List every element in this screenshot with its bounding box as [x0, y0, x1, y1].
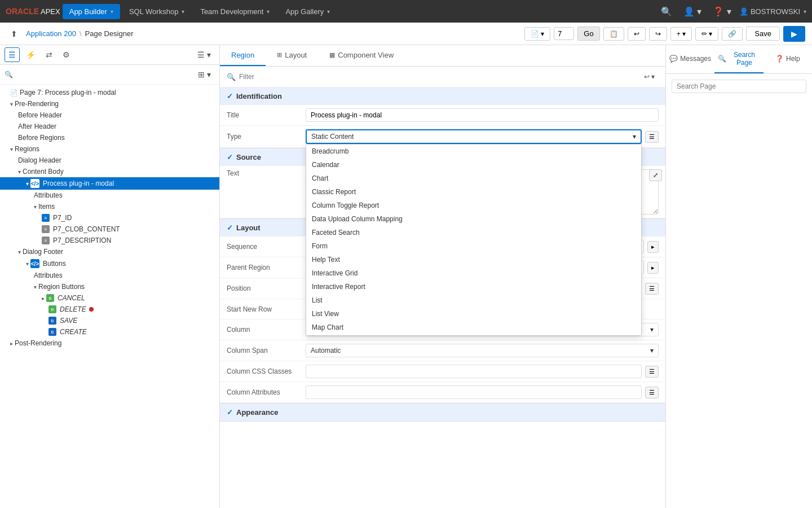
option-interactive-grid[interactable]: Interactive Grid — [306, 266, 641, 280]
shared-components-btn[interactable]: 🔗 — [722, 27, 743, 41]
tree-dialog-footer[interactable]: ▾ Dialog Footer — [0, 246, 219, 257]
tree-p7-id[interactable]: ≡ P7_ID — [0, 212, 219, 224]
filter-options-btn[interactable]: ↩ ▾ — [640, 70, 659, 84]
tree-btn-create[interactable]: B CREATE — [0, 326, 219, 338]
identification-check: ✓ — [227, 92, 233, 100]
option-data-upload[interactable]: Data Upload Column Mapping — [306, 212, 641, 226]
nav-team-development[interactable]: Team Development ▾ — [193, 4, 276, 19]
option-breadcrumb[interactable]: Breadcrumb — [306, 144, 641, 158]
props-container: ✓ Identification Title Type Static Conte… — [220, 87, 665, 508]
column-span-label: Column Span — [227, 347, 306, 354]
list-view-btn[interactable]: ☰ — [5, 47, 20, 62]
column-attr-list-btn[interactable]: ☰ — [645, 387, 659, 398]
breadcrumb-app[interactable]: Application 200 — [26, 29, 76, 38]
add-btn[interactable]: + ▾ — [670, 27, 692, 41]
filter-search-icon: 🔍 — [227, 73, 236, 81]
new-page-btn[interactable]: 📄 ▾ — [524, 27, 550, 41]
undo-btn[interactable]: ↩ — [628, 27, 646, 41]
tree-page-label[interactable]: 📄 Page 7: Process plug-in - modal — [0, 87, 219, 98]
redo-btn[interactable]: ↪ — [649, 27, 667, 41]
tree-before-regions[interactable]: Before Regions — [0, 132, 219, 143]
page-number-input[interactable] — [554, 27, 574, 40]
edit-btn[interactable]: ✏ ▾ — [695, 27, 718, 41]
nav-app-builder[interactable]: App Builder ▾ — [63, 4, 120, 19]
run-btn[interactable]: ▶ — [783, 26, 805, 42]
option-calendar[interactable]: Calendar — [306, 158, 641, 172]
go-btn[interactable]: Go — [577, 27, 599, 41]
tree-options-btn[interactable]: ⊞ ▾ — [194, 67, 215, 82]
tree-content-body[interactable]: ▾ Content Body — [0, 166, 219, 177]
tree-dialog-header[interactable]: Dialog Header — [0, 155, 219, 166]
left-filter-input[interactable] — [15, 71, 192, 78]
title-input[interactable] — [306, 108, 659, 122]
option-list-view[interactable]: List View — [306, 307, 641, 321]
column-css-list-btn[interactable]: ☰ — [645, 366, 659, 378]
option-form[interactable]: Form — [306, 239, 641, 253]
option-plsql[interactable]: PL/SQL Dynamic Content — [306, 334, 641, 336]
nav-sql-workshop[interactable]: SQL Workshop ▾ — [122, 4, 191, 19]
tab-layout[interactable]: ⊞ Layout — [266, 45, 318, 66]
shared-btn[interactable]: ⚙ — [59, 47, 74, 62]
back-btn[interactable]: ⬆ — [7, 27, 21, 41]
tree-btn-delete[interactable]: B DELETE — [0, 304, 219, 315]
option-faceted-search[interactable]: Faceted Search — [306, 226, 641, 239]
tabs-row: Region ⊞ Layout ▦ Component View — [220, 45, 665, 67]
tree-after-header[interactable]: After Header — [0, 121, 219, 132]
position-label: Position — [227, 284, 306, 292]
tree-btn-save[interactable]: B SAVE — [0, 315, 219, 326]
page-search-input[interactable] — [672, 80, 806, 93]
parent-region-nav-btn[interactable]: ▸ — [647, 262, 659, 274]
search-icon-btn[interactable]: 🔍 — [657, 3, 676, 20]
tree-regions[interactable]: ▾ Regions — [0, 143, 219, 155]
help-icon-btn[interactable]: ❓ ▾ — [709, 3, 734, 20]
tree-buttons-attributes[interactable]: Attributes — [0, 270, 219, 281]
source-expand-btn[interactable]: ⤢ — [649, 169, 662, 181]
tree-buttons-section[interactable]: ▾ </> Buttons — [0, 257, 219, 270]
rs-tab-messages[interactable]: 💬 Messages — [666, 45, 714, 73]
center-panel: Region ⊞ Layout ▦ Component View 🔍 ↩ ▾ ✓… — [220, 45, 665, 508]
tree-before-header[interactable]: Before Header — [0, 110, 219, 121]
component-btn[interactable]: ⇄ — [42, 47, 56, 62]
option-help-text[interactable]: Help Text — [306, 253, 641, 266]
tab-component-view[interactable]: ▦ Component View — [318, 45, 405, 66]
tree-btn-cancel[interactable]: ▸ B CANCEL — [0, 292, 219, 304]
column-attr-input[interactable] — [306, 386, 642, 399]
tree-attributes[interactable]: Attributes — [0, 190, 219, 201]
list-options-btn[interactable]: ☰ ▾ — [193, 47, 215, 62]
tree-region-buttons[interactable]: ▾ Region Buttons — [0, 281, 219, 292]
lightning-btn[interactable]: ⚡ — [22, 47, 39, 62]
dialog-footer-arrow: ▾ — [18, 249, 21, 255]
copy-btn[interactable]: 📋 — [603, 27, 624, 41]
tree-p7-description[interactable]: ≡ P7_DESCRIPTION — [0, 235, 219, 246]
type-dropdown-btn[interactable]: Static Content ▾ — [306, 129, 642, 144]
tree-pre-rendering[interactable]: ▾ Pre-Rendering — [0, 98, 219, 110]
option-list[interactable]: List — [306, 294, 641, 307]
page-icon: 📄 — [10, 89, 18, 97]
save-btn[interactable]: Save — [746, 27, 780, 41]
column-span-chevron: ▾ — [650, 347, 654, 354]
column-css-input[interactable] — [306, 365, 642, 378]
option-map-chart[interactable]: Map Chart — [306, 321, 641, 334]
position-list-btn[interactable]: ☰ — [645, 283, 659, 295]
nav-app-gallery[interactable]: App Gallery ▾ — [279, 4, 337, 19]
sequence-nav-btn[interactable]: ▸ — [647, 241, 659, 253]
user-menu-btn[interactable]: 👤 ▾ — [680, 3, 705, 20]
option-chart[interactable]: Chart — [306, 172, 641, 185]
parent-region-label: Parent Region — [227, 264, 306, 271]
tree-process-plugin[interactable]: ▾ </> Process plug-in - modal — [0, 177, 219, 190]
type-list-btn[interactable]: ☰ — [645, 131, 659, 143]
tab-region[interactable]: Region — [220, 45, 266, 66]
type-label: Type — [227, 133, 306, 141]
rs-tab-help[interactable]: ❓ Help — [764, 45, 812, 73]
source-check: ✓ — [227, 153, 233, 161]
tree-p7-clob-content[interactable]: ≡ P7_CLOB_CONTENT — [0, 224, 219, 235]
column-span-select[interactable]: Automatic ▾ — [306, 344, 659, 357]
option-interactive-report[interactable]: Interactive Report — [306, 280, 641, 294]
option-column-toggle[interactable]: Column Toggle Report — [306, 199, 641, 212]
tree-items[interactable]: ▾ Items — [0, 201, 219, 212]
tree-post-rendering[interactable]: ▸ Post-Rendering — [0, 338, 219, 349]
rs-tab-page-search[interactable]: 🔍 Search Page — [714, 45, 763, 73]
properties-filter-input[interactable] — [239, 73, 637, 81]
user-label[interactable]: 👤 BOSTROWSKI ▾ — [739, 7, 806, 16]
option-classic-report[interactable]: Classic Report — [306, 185, 641, 199]
